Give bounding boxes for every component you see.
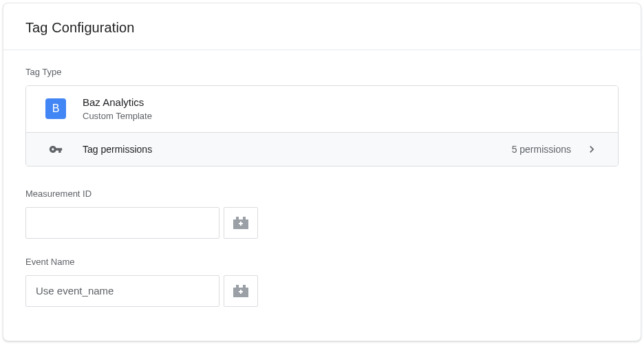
tag-icon: B [45,98,66,119]
measurement-id-row [25,207,619,239]
svg-rect-9 [240,290,242,294]
card-header: Tag Configuration [3,3,641,50]
svg-rect-2 [243,217,246,219]
event-name-input[interactable] [25,275,219,307]
measurement-id-label: Measurement ID [25,189,619,199]
measurement-id-input[interactable] [25,207,219,239]
chevron-right-icon [585,142,599,156]
tag-subtitle: Custom Template [83,110,152,122]
svg-rect-6 [236,285,239,288]
event-name-row [25,275,619,307]
variable-icon [233,217,248,229]
permissions-label: Tag permissions [83,144,512,155]
variable-icon [233,285,248,297]
svg-rect-1 [236,217,239,219]
tag-type-row[interactable]: B Baz Analytics Custom Template [26,86,618,132]
event-name-variable-button[interactable] [224,275,258,307]
card-body: Tag Type B Baz Analytics Custom Template… [3,50,641,341]
permissions-count: 5 permissions [512,144,571,155]
tag-type-box: B Baz Analytics Custom Template Tag perm… [25,85,619,166]
event-name-label: Event Name [25,257,619,267]
measurement-id-variable-button[interactable] [224,207,258,239]
event-name-group: Event Name [25,257,619,307]
tag-name: Baz Analytics [83,96,152,109]
key-icon [45,142,66,156]
tag-type-label: Tag Type [25,67,619,77]
tag-permissions-row[interactable]: Tag permissions 5 permissions [26,132,618,166]
card-title: Tag Configuration [25,20,619,36]
tag-configuration-card: Tag Configuration Tag Type B Baz Analyti… [3,3,641,341]
tag-text: Baz Analytics Custom Template [83,96,152,122]
svg-rect-4 [240,222,242,226]
measurement-id-group: Measurement ID [25,189,619,239]
svg-rect-7 [243,285,246,288]
tag-icon-letter: B [52,103,60,115]
